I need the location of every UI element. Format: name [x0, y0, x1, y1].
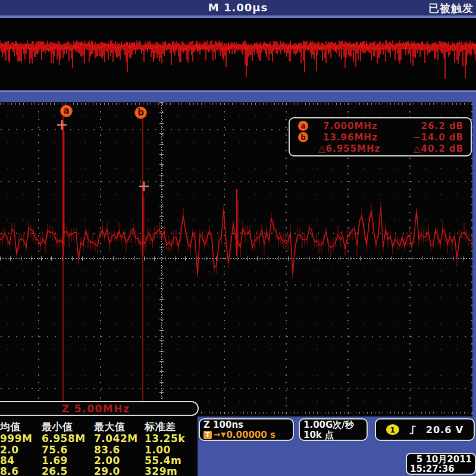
cell-std-2: 1.00 [145, 444, 171, 456]
triangle-down-icon: ▼ [221, 430, 226, 440]
fft-scale-readout: Z 5.00MHz [62, 403, 130, 415]
cell-mean-3: 84 [0, 455, 15, 466]
window-separator [0, 90, 476, 102]
marker-a-frequency: 7.000MHz [312, 121, 393, 131]
cell-min-4: 26.5 [42, 465, 68, 476]
col-header-max: 最大值 [94, 420, 126, 434]
cell-std-3: 55.4m [145, 455, 181, 466]
cell-min-2: 75.6 [42, 444, 68, 456]
trigger-box[interactable]: 1 20.6 V [375, 418, 475, 441]
marker-b-badge: b [134, 107, 147, 119]
zoom-timebase-readout: Z 100ns [203, 420, 289, 430]
measurement-table: 均值 最小值 最大值 标准差 999M 6.958M 7.042M 13.25k… [0, 416, 198, 476]
time-readout: 15:27:36 [410, 464, 472, 474]
trigger-level-readout: 20.6 V [426, 424, 464, 436]
table-row: 84 1.69 2.00 55.4m [0, 455, 198, 466]
delta-level: △40.2 dB [393, 143, 467, 154]
top-status-bar: M 1.00µs 已被触发 [0, 0, 476, 18]
marker-a-icon: a [298, 121, 308, 131]
fft-spectrum-window: a b a 7.000MHz 26.2 dB b 13.96MHz −14.0 … [0, 102, 472, 416]
marker-cross-icon [139, 181, 149, 191]
right-border-strip [472, 102, 476, 416]
trigger-t-icon: T [203, 431, 212, 439]
marker-a-badge: a [60, 105, 73, 117]
marker-b-level: −14.0 dB [393, 132, 467, 143]
time-domain-waveform [0, 18, 476, 90]
rising-edge-icon [409, 425, 416, 434]
date-readout: 5 10月2011 [410, 455, 472, 464]
cell-max-1: 7.042M [94, 433, 138, 444]
acquisition-box[interactable]: 1.00G次/秒 10k 点 [299, 418, 368, 441]
marker-b-frequency: 13.96MHz [312, 132, 393, 143]
cell-mean-1: 999M [0, 433, 32, 444]
trigger-status-text: 已被触发 [428, 1, 474, 15]
cell-min-1: 6.958M [42, 433, 86, 444]
cursor-readout-box[interactable]: a 7.000MHz 26.2 dB b 13.96MHz −14.0 dB △… [289, 117, 472, 156]
cell-max-4: 29.0 [94, 465, 120, 476]
cell-max-2: 83.6 [94, 444, 120, 456]
delta-frequency: △6.955MHz [312, 143, 393, 154]
marker-b-icon: b [298, 132, 308, 142]
sample-rate-readout: 1.00G次/秒 [303, 420, 363, 430]
bottom-menu-area: 均值 最小值 最大值 标准差 999M 6.958M 7.042M 13.25k… [0, 416, 476, 476]
main-timebase-readout: M 1.00µs [0, 1, 476, 14]
table-row: 8.6 26.5 29.0 329m [0, 465, 198, 476]
fft-scale-box[interactable]: Z 5.00MHz [0, 401, 199, 416]
channel-1-badge: 1 [386, 424, 399, 435]
readout-row-delta: △6.955MHz △40.2 dB [293, 143, 467, 154]
oscilloscope-screen: M 1.00µs 已被触发 a b a 7.000MHz 26.2 dB [0, 0, 476, 476]
cell-mean-4: 8.6 [0, 465, 19, 476]
marker-cross-icon [57, 120, 67, 130]
datetime-box: 5 10月2011 15:27:36 [406, 453, 476, 475]
cell-std-4: 329m [145, 465, 177, 476]
marker-b-letter: b [137, 108, 144, 117]
col-header-mean: 均值 [0, 420, 21, 434]
arrow-right-icon: → [214, 430, 220, 440]
table-row: 2.0 75.6 83.6 1.00 [0, 444, 198, 455]
cell-std-1: 13.25k [145, 433, 185, 444]
trigger-position-value: 0.00000 s [226, 430, 275, 440]
col-header-stddev: 标准差 [145, 420, 176, 434]
marker-a-letter: a [63, 107, 69, 115]
record-length-readout: 10k 点 [303, 430, 363, 440]
readout-row-b: b 13.96MHz −14.0 dB [293, 131, 467, 143]
horizontal-zoom-box[interactable]: Z 100ns T → ▼ 0.00000 s [199, 418, 294, 441]
cell-min-3: 1.69 [42, 455, 68, 466]
measurement-header-row: 均值 最小值 最大值 标准差 [0, 420, 198, 431]
marker-a-level: 26.2 dB [393, 121, 467, 131]
table-row: 999M 6.958M 7.042M 13.25k [0, 433, 198, 444]
readout-row-a: a 7.000MHz 26.2 dB [293, 120, 467, 131]
cell-mean-2: 2.0 [0, 444, 19, 456]
trigger-position-readout: T → ▼ 0.00000 s [203, 430, 289, 440]
cell-max-3: 2.00 [94, 455, 120, 466]
col-header-min: 最小值 [42, 420, 73, 434]
